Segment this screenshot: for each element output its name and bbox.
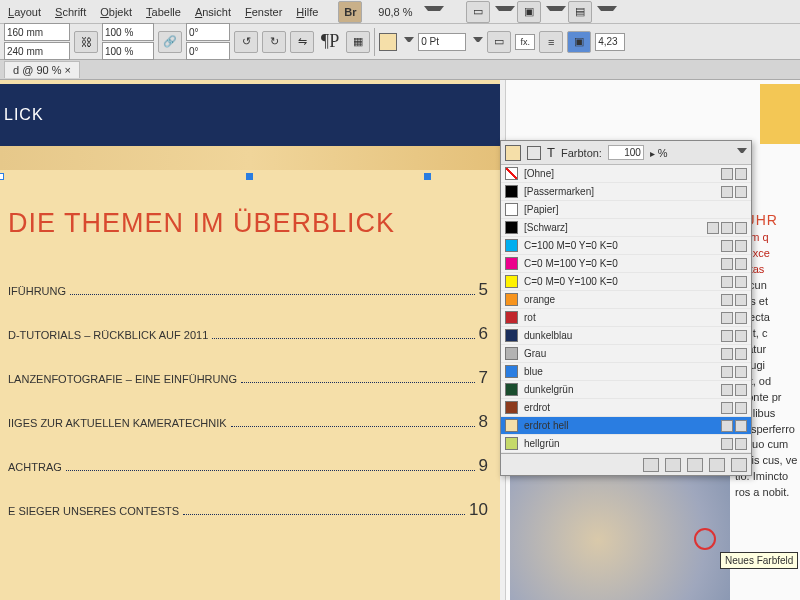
swatch-name: [Papier] [524, 204, 741, 215]
width-input[interactable] [4, 23, 70, 41]
show-all-icon[interactable] [643, 458, 659, 472]
stroke-style-button[interactable]: ▭ [487, 31, 511, 53]
bridge-button[interactable]: Br [338, 1, 362, 23]
link-icon[interactable]: 🔗 [158, 31, 182, 53]
fill-swatch[interactable] [379, 33, 397, 51]
swatch-type-icon [735, 402, 747, 414]
swatch-name: erdrot [524, 402, 715, 413]
swatch-row[interactable]: [Papier] [501, 201, 751, 219]
swatch-name: dunkelgrün [524, 384, 715, 395]
chevron-down-icon[interactable] [424, 6, 444, 17]
corner-input[interactable] [595, 33, 625, 51]
swatch-header: T Farbton: ▸ % [501, 141, 751, 165]
swatch-type-icon [721, 258, 733, 270]
menu-bar: LLayoutayout Schrift Objekt Tabelle Ansi… [0, 0, 800, 24]
swatch-row[interactable]: orange [501, 291, 751, 309]
side-line: ros a nobit. [735, 485, 800, 501]
shear-input[interactable] [186, 42, 230, 60]
swatch-chip [505, 221, 518, 234]
fill-proxy-icon[interactable] [505, 145, 521, 161]
screen-mode-button[interactable]: ▣ [517, 1, 541, 23]
swatch-row[interactable]: rot [501, 309, 751, 327]
menu-objekt[interactable]: Objekt [94, 3, 138, 21]
panel-menu-icon[interactable] [737, 148, 747, 158]
swatch-chip [505, 419, 518, 432]
menu-schrift[interactable]: Schrift [49, 3, 92, 21]
swatch-row[interactable]: blue [501, 363, 751, 381]
delete-swatch-icon[interactable] [731, 458, 747, 472]
constrain-icon[interactable]: ⛓ [74, 31, 98, 53]
view-mode-button[interactable]: ▭ [466, 1, 490, 23]
zoom-level[interactable]: 90,8 % [372, 3, 418, 21]
show-color-icon[interactable] [665, 458, 681, 472]
frame-fit-button[interactable]: ▣ [567, 31, 591, 53]
arrange-button[interactable]: ▤ [568, 1, 592, 23]
swatch-row[interactable]: Grau [501, 345, 751, 363]
swatch-row[interactable]: erdrot [501, 399, 751, 417]
fx-button[interactable]: fx. [515, 34, 535, 50]
swatch-type-icon [735, 420, 747, 432]
swatch-row[interactable]: hellgrün [501, 435, 751, 453]
page[interactable]: LICK DIE THEMEN IM ÜBERBLICK IFÜHRUNG5D-… [0, 80, 500, 600]
stroke-proxy-icon[interactable] [527, 146, 541, 160]
flip-h-icon[interactable]: ⇋ [290, 31, 314, 53]
swatch-row[interactable]: erdrot hell [501, 417, 751, 435]
menu-ansicht[interactable]: Ansicht [189, 3, 237, 21]
selection-handles[interactable] [0, 170, 500, 184]
swatch-row[interactable]: C=0 M=100 Y=0 K=0 [501, 255, 751, 273]
stroke-weight-input[interactable] [418, 33, 466, 51]
swatch-type-icon [721, 222, 733, 234]
rotate-cw-icon[interactable]: ↻ [262, 31, 286, 53]
document-tab[interactable]: d @ 90 % × [4, 61, 80, 78]
toc-row: ACHTRAG9 [8, 456, 488, 476]
rotate-ccw-icon[interactable]: ↺ [234, 31, 258, 53]
chevron-down-icon[interactable] [404, 37, 414, 47]
scale-x-input[interactable] [102, 23, 154, 41]
tint-label: Farbton: [561, 147, 602, 159]
toc-page: 7 [479, 368, 488, 388]
swatches-panel[interactable]: T Farbton: ▸ % [Ohne][Passermarken][Papi… [500, 140, 752, 476]
handle-right[interactable] [424, 173, 431, 180]
swatch-list[interactable]: [Ohne][Passermarken][Papier][Schwarz]C=1… [501, 165, 751, 453]
toc: IFÜHRUNG5D-TUTORIALS – RÜCKBLICK AUF 201… [8, 280, 488, 544]
align-button[interactable]: ≡ [539, 31, 563, 53]
menu-layout[interactable]: LLayoutayout [2, 3, 47, 21]
swatch-type-icon [735, 294, 747, 306]
swatch-chip [505, 311, 518, 324]
swatch-row[interactable]: dunkelgrün [501, 381, 751, 399]
chevron-down-icon [597, 6, 617, 17]
rotate-input[interactable] [186, 23, 230, 41]
swatch-row[interactable]: C=0 M=0 Y=100 K=0 [501, 273, 751, 291]
swatch-chip [505, 275, 518, 288]
swatch-name: [Passermarken] [524, 186, 715, 197]
swatch-chip [505, 347, 518, 360]
swatch-chip [505, 437, 518, 450]
swatch-name: C=0 M=100 Y=0 K=0 [524, 258, 715, 269]
text-target-icon[interactable]: T [547, 145, 555, 160]
menu-tabelle[interactable]: Tabelle [140, 3, 187, 21]
paragraph-style-icon[interactable]: ¶P [318, 31, 342, 52]
scale-y-input[interactable] [102, 42, 154, 60]
swatch-chip [505, 365, 518, 378]
swatch-row[interactable]: dunkelblau [501, 327, 751, 345]
toc-row: IIGES ZUR AKTUELLEN KAMERATECHNIK8 [8, 412, 488, 432]
menu-fenster[interactable]: Fenster [239, 3, 288, 21]
swatch-row[interactable]: C=100 M=0 Y=0 K=0 [501, 237, 751, 255]
swatch-row[interactable]: [Ohne] [501, 165, 751, 183]
new-swatch-icon[interactable] [709, 458, 725, 472]
swatch-type-icon [721, 438, 733, 450]
swatch-chip [505, 293, 518, 306]
tint-input[interactable] [608, 145, 644, 160]
handle-center[interactable] [246, 173, 253, 180]
page-heading: DIE THEMEN IM ÜBERBLICK [8, 208, 395, 239]
swatch-row[interactable]: [Schwarz] [501, 219, 751, 237]
text-wrap-icon[interactable]: ▦ [346, 31, 370, 53]
menu-hilfe[interactable]: Hilfe [290, 3, 324, 21]
swatch-row[interactable]: [Passermarken] [501, 183, 751, 201]
height-input[interactable] [4, 42, 70, 60]
swatch-name: [Ohne] [524, 168, 715, 179]
toc-row: LANZENFOTOGRAFIE – EINE EINFÜHRUNG7 [8, 368, 488, 388]
show-gradient-icon[interactable] [687, 458, 703, 472]
chevron-down-icon[interactable] [473, 37, 483, 47]
handle-left[interactable] [0, 173, 4, 180]
